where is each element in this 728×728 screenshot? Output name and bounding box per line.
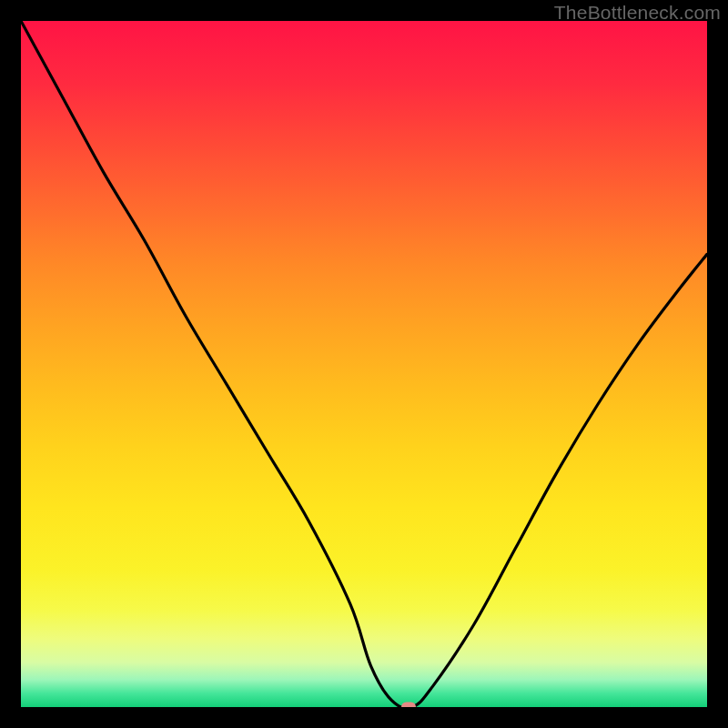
chart-frame: TheBottleneck.com [0,0,728,728]
plot-area [21,21,707,707]
watermark-text: TheBottleneck.com [554,2,721,24]
bottleneck-curve [21,21,707,707]
optimum-marker-icon [401,703,416,708]
